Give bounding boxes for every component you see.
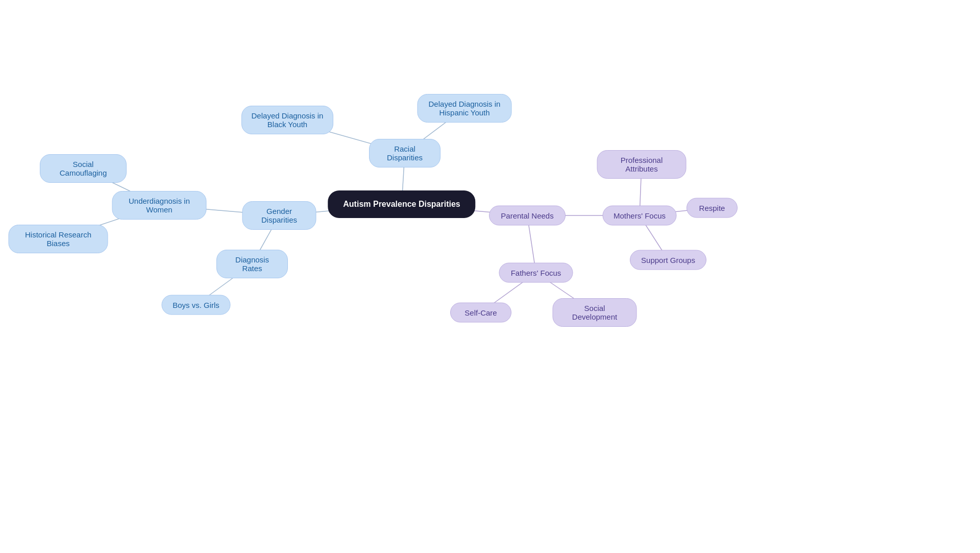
support-groups-node[interactable]: Support Groups	[630, 250, 706, 270]
social-development-node[interactable]: Social Development	[553, 298, 637, 327]
professional-attributes-node[interactable]: Professional Attributes	[597, 150, 687, 179]
center-node[interactable]: Autism Prevalence Disparities	[328, 190, 475, 218]
parental-needs-node[interactable]: Parental Needs	[489, 206, 566, 226]
fathers-focus-node[interactable]: Fathers' Focus	[499, 263, 573, 283]
delayed-hispanic-node[interactable]: Delayed Diagnosis in Hispanic Youth	[418, 94, 512, 123]
underdiagnosis-women-node[interactable]: Underdiagnosis in Women	[112, 191, 207, 220]
historical-biases-node[interactable]: Historical Research Biases	[9, 225, 108, 253]
mothers-focus-node[interactable]: Mothers' Focus	[603, 206, 677, 226]
social-camouflaging-node[interactable]: Social Camouflaging	[40, 154, 127, 183]
respite-node[interactable]: Respite	[687, 198, 738, 218]
diagnosis-rates-node[interactable]: Diagnosis Rates	[216, 250, 288, 278]
self-care-node[interactable]: Self-Care	[450, 303, 511, 323]
boys-girls-node[interactable]: Boys vs. Girls	[162, 295, 231, 315]
delayed-black-node[interactable]: Delayed Diagnosis in Black Youth	[241, 106, 333, 134]
gender-disparities-node[interactable]: Gender Disparities	[242, 201, 316, 230]
racial-disparities-node[interactable]: Racial Disparities	[369, 139, 440, 167]
